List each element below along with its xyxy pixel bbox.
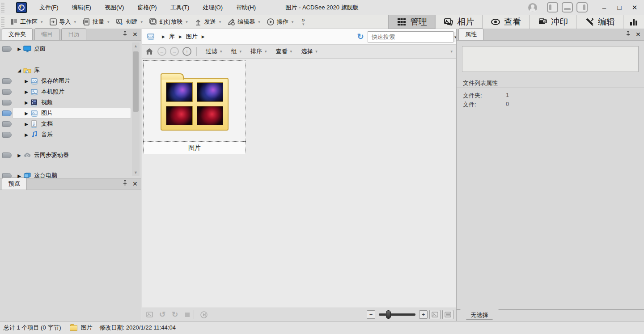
breadcrumb-libraries[interactable]: 库 [168, 31, 176, 42]
tab-develop[interactable]: 冲印 [529, 15, 576, 29]
minimize-button[interactable]: – [597, 2, 611, 13]
tab-properties[interactable]: 属性 [458, 28, 483, 40]
scroll-up-icon[interactable]: ▲ [132, 42, 140, 50]
tree-item-cloud-sync[interactable]: ▶ 云同步驱动器 [0, 150, 141, 161]
crop-icon[interactable] [183, 310, 192, 319]
easy-select-badge[interactable] [2, 78, 12, 84]
close-panel-icon[interactable]: ✕ [132, 32, 138, 38]
expander-icon[interactable]: ▶ [16, 153, 22, 158]
device-icon[interactable] [147, 34, 155, 40]
toolbar-options-icon[interactable]: ▾ [450, 49, 453, 54]
expander-icon[interactable]: ▶ [23, 100, 30, 105]
tab-no-selection[interactable]: 无选择 [460, 309, 499, 320]
breadcrumb-chevron-icon[interactable]: ▶ [179, 34, 182, 39]
scrollbar-thumb[interactable] [133, 51, 139, 112]
back-button[interactable]: ← [157, 47, 166, 56]
breadcrumb-chevron-icon[interactable]: ▶ [202, 34, 205, 39]
group-menu[interactable]: 组▾ [227, 45, 246, 58]
pin-icon[interactable] [122, 31, 128, 38]
quick-search-input[interactable] [368, 34, 454, 40]
workspace-button[interactable]: 工作区 ▾ [6, 16, 46, 28]
pin-icon[interactable] [625, 31, 631, 38]
tab-edit[interactable]: 编辑 [576, 15, 623, 29]
create-button[interactable]: 创建 ▾ [112, 16, 146, 28]
select-menu[interactable]: 选择▾ [297, 45, 322, 58]
tree-scrollbar[interactable]: ▲ ▼ [132, 42, 140, 176]
easy-select-badge[interactable] [2, 46, 12, 52]
details-view-button[interactable] [442, 310, 453, 319]
tab-dashboard[interactable] [623, 15, 644, 29]
easy-select-badge[interactable] [2, 89, 12, 95]
menu-file[interactable]: 文件(F) [33, 1, 65, 14]
layout-bottom-pane-button[interactable] [562, 2, 573, 13]
slideshow-button[interactable]: 幻灯放映 ▾ [145, 16, 191, 28]
rotate-right-icon[interactable]: ↻ [170, 310, 179, 319]
menu-edit[interactable]: 编辑(E) [66, 1, 97, 14]
tab-calendar[interactable]: 日历 [61, 28, 86, 40]
tab-preview[interactable]: 预览 [2, 178, 27, 190]
actions-button[interactable]: 操作 ▾ [263, 16, 297, 28]
batch-button[interactable]: 批量 ▾ [79, 16, 112, 28]
toolbar-grip[interactable] [1, 17, 4, 27]
zoom-slider[interactable] [379, 313, 415, 316]
zoom-slider-thumb[interactable] [386, 310, 391, 319]
account-avatar-icon[interactable] [528, 3, 537, 12]
tree-item-this-pc[interactable]: ▶ 这台电脑 [0, 170, 141, 178]
close-panel-icon[interactable]: ✕ [132, 181, 138, 187]
easy-select-badge[interactable] [2, 132, 12, 138]
up-button[interactable]: ↑ [182, 47, 191, 56]
expander-icon[interactable]: ▶ [23, 132, 30, 137]
tree-item-saved-pictures[interactable]: ▶ 保存的图片 [0, 76, 141, 86]
view-menu[interactable]: 查看▾ [271, 45, 297, 58]
zoom-in-button[interactable]: + [419, 310, 428, 319]
layout-left-pane-button[interactable] [547, 2, 558, 13]
tree-item-videos[interactable]: ▶ 视频 [0, 97, 141, 108]
expander-icon[interactable]: ◢ [16, 68, 22, 73]
tag-image-icon[interactable] [145, 310, 154, 319]
easy-select-badge-active[interactable] [2, 110, 12, 116]
easy-select-badge[interactable] [2, 152, 12, 158]
expander-icon[interactable]: ▶ [23, 89, 30, 94]
maximize-button[interactable]: □ [613, 2, 626, 13]
menubar-grip[interactable] [1, 3, 4, 13]
menu-help[interactable]: 帮助(H) [230, 1, 262, 14]
close-panel-icon[interactable]: ✕ [636, 32, 641, 38]
auto-advance-icon[interactable] [199, 310, 208, 319]
rotate-left-icon[interactable]: ↺ [158, 310, 167, 319]
tree-item-libraries[interactable]: ◢ 库 [0, 65, 141, 76]
tab-manage[interactable]: 管理 [388, 15, 435, 29]
pin-icon[interactable] [122, 180, 128, 187]
expander-icon[interactable]: ▶ [16, 47, 22, 51]
editors-button[interactable]: 编辑器 ▾ [224, 16, 263, 28]
tab-view[interactable]: 查看 [482, 15, 529, 29]
refresh-icon[interactable]: ↻ [356, 32, 365, 41]
folder-tile-pictures[interactable]: 图片 [143, 60, 246, 154]
sort-menu[interactable]: 排序▾ [246, 45, 271, 58]
breadcrumb-pictures[interactable]: 图片 [185, 31, 199, 42]
home-button[interactable] [144, 47, 154, 56]
menu-panes[interactable]: 窗格(P) [131, 1, 163, 14]
menu-process[interactable]: 处理(O) [196, 1, 229, 14]
menu-tools[interactable]: 工具(T) [164, 1, 196, 14]
toolbar-overflow-button[interactable]: » ▾ [299, 17, 308, 26]
tab-folders[interactable]: 文件夹 [2, 28, 33, 40]
tree-item-desktop[interactable]: ▶ 桌面 [0, 43, 141, 54]
tab-catalog[interactable]: 编目 [34, 28, 59, 40]
expander-icon[interactable]: ▶ [23, 111, 30, 116]
expander-icon[interactable]: ▶ [16, 173, 22, 178]
forward-button[interactable]: → [170, 47, 179, 56]
layout-right-pane-button[interactable] [576, 2, 588, 13]
zoom-out-button[interactable]: − [367, 310, 375, 319]
expander-icon[interactable]: ▶ [23, 122, 30, 127]
tree-item-music[interactable]: ▶ 音乐 [0, 129, 141, 140]
menu-view[interactable]: 视图(V) [98, 1, 130, 14]
close-button[interactable]: ✕ [628, 2, 641, 13]
expander-icon[interactable]: ▶ [23, 79, 30, 84]
thumbnail-view-button[interactable] [429, 310, 441, 319]
easy-select-badge[interactable] [2, 121, 12, 127]
tree-item-pictures[interactable]: ▶ 图片 [0, 108, 141, 118]
tree-item-documents[interactable]: ▶ 文档 [0, 118, 141, 129]
scroll-down-icon[interactable]: ▼ [132, 169, 140, 176]
app-logo-icon[interactable] [16, 2, 27, 13]
tree-item-local-photos[interactable]: ▶ 本机照片 [0, 86, 141, 97]
